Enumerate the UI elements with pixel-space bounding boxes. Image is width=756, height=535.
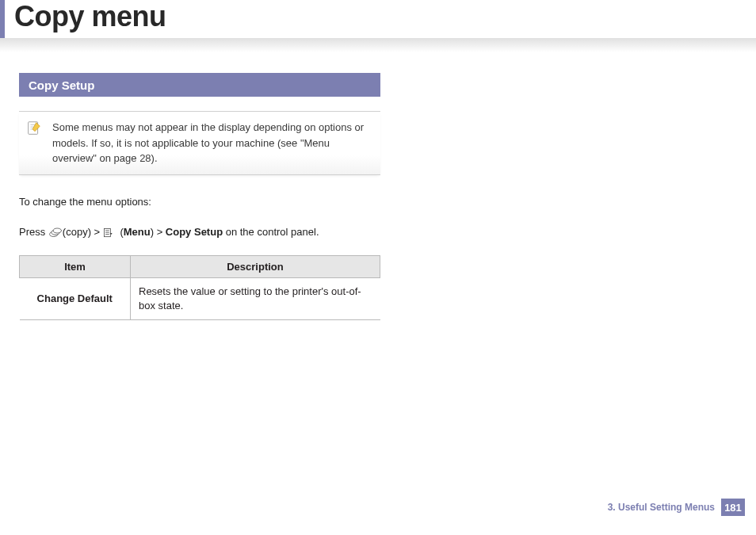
content-column: Copy Setup Some menus may not appear in … [0,38,380,320]
copy-icon [48,227,63,239]
press-text-setup: Copy Setup [166,226,223,238]
col-header-desc: Description [131,256,380,278]
press-text-menu-open: ( [117,226,124,238]
press-text-menu: Menu [124,226,151,238]
page-header: Copy menu [0,0,756,38]
table-row: Change Default Resets the value or setti… [20,278,380,320]
table-header-row: Item Description [20,256,380,278]
options-table: Item Description Change Default Resets t… [19,255,380,320]
note-box: Some menus may not appear in the display… [19,111,380,175]
cell-desc: Resets the value or setting to the print… [131,278,380,320]
note-icon [25,120,43,137]
col-header-item: Item [20,256,131,278]
instruction-line: Press (copy) > (Menu) > Copy Setup on th… [19,224,380,241]
page-footer: 3. Useful Setting Menus 181 [608,499,745,516]
footer-chapter: 3. Useful Setting Menus [608,502,715,513]
cell-item: Change Default [20,278,131,320]
intro-text: To change the menu options: [19,194,380,211]
svg-point-6 [53,228,62,233]
press-text-a: Press [19,226,48,238]
section-title-bar: Copy Setup [19,73,380,97]
press-text-tail: on the control panel. [223,226,319,238]
page-number-badge: 181 [721,499,745,516]
note-text: Some menus may not appear in the display… [52,120,371,166]
page-title: Copy menu [14,0,756,33]
press-text-copy: (copy) > [63,226,103,238]
header-shadow [0,38,756,52]
menu-icon [103,227,117,239]
press-text-menu-close: ) > [151,226,166,238]
